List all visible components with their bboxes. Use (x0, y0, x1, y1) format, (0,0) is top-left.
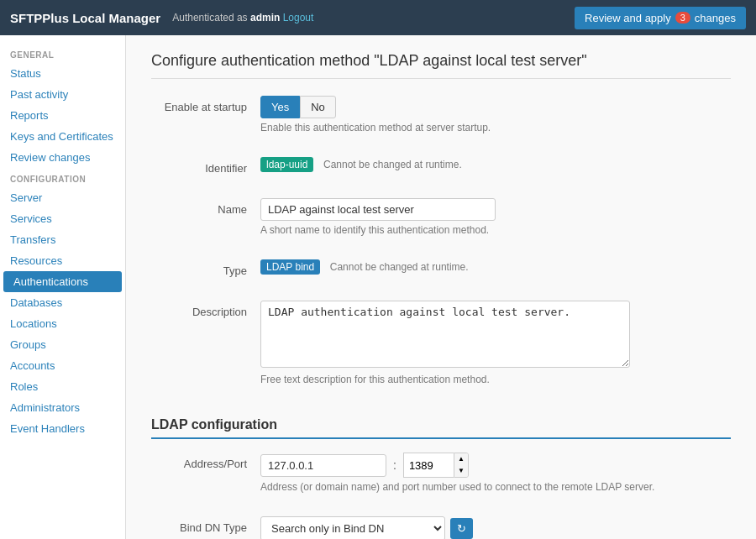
review-apply-button[interactable]: Review and apply 3 changes (575, 7, 746, 29)
control-address-port: : ▲ ▼ Address (or domain name) and port … (260, 453, 731, 493)
label-type: Type (151, 259, 260, 277)
name-input[interactable] (260, 198, 496, 221)
yes-button[interactable]: Yes (260, 96, 300, 118)
control-description: Free text description for this authentic… (260, 301, 731, 385)
identifier-help: Cannot be changed at runtime. (323, 159, 462, 170)
description-textarea[interactable] (260, 301, 630, 368)
logout-link[interactable]: Logout (283, 12, 314, 24)
main-content: Configure authentication method "LDAP ag… (126, 35, 756, 539)
sidebar-item-transfers[interactable]: Transfers (0, 229, 125, 250)
help-enable-at-startup: Enable this authentication method at ser… (260, 122, 731, 133)
sidebar-item-event-handlers[interactable]: Event Handlers (0, 418, 125, 439)
auth-info: Authenticated as admin Logout (172, 12, 313, 24)
label-name: Name (151, 198, 260, 216)
sidebar-general-label: GENERAL (0, 44, 125, 63)
control-identifier: ldap-uuid Cannot be changed at runtime. (260, 157, 731, 172)
sidebar-item-roles[interactable]: Roles (0, 376, 125, 397)
field-description: Description Free text description for th… (151, 301, 731, 397)
label-bind-dn-type: Bind DN Type (151, 516, 260, 534)
control-name: A short name to identify this authentica… (260, 198, 731, 236)
bind-dn-type-select[interactable]: Search only in Bind DN Simple Bind DN Cu… (260, 516, 445, 539)
field-bind-dn-type: Bind DN Type Search only in Bind DN Simp… (151, 516, 731, 539)
type-tag: LDAP bind (260, 259, 320, 275)
port-spinner: ▲ ▼ (454, 453, 469, 478)
port-spinner-group: ▲ ▼ (403, 453, 469, 478)
app-logo: SFTPPlus Local Manager (10, 11, 160, 25)
sidebar-item-status[interactable]: Status (0, 63, 125, 84)
address-input[interactable] (260, 454, 386, 477)
colon-separator: : (390, 453, 400, 477)
bind-dn-type-refresh-button[interactable]: ↻ (450, 518, 473, 539)
field-type: Type LDAP bind Cannot be changed at runt… (151, 259, 731, 289)
yes-no-toggle: Yes No (260, 96, 731, 118)
sidebar-item-accounts[interactable]: Accounts (0, 355, 125, 376)
review-btn-suffix: changes (695, 12, 736, 24)
port-down-button[interactable]: ▼ (454, 465, 468, 477)
help-description: Free text description for this authentic… (260, 374, 731, 385)
sidebar-config-label: CONFIGURATION (0, 168, 125, 187)
sidebar-item-reports[interactable]: Reports (0, 105, 125, 126)
sidebar-item-server[interactable]: Server (0, 187, 125, 208)
port-up-button[interactable]: ▲ (454, 453, 468, 465)
control-enable-at-startup: Yes No Enable this authentication method… (260, 96, 731, 133)
layout: GENERAL Status Past activity Reports Key… (0, 35, 756, 539)
control-bind-dn-type: Search only in Bind DN Simple Bind DN Cu… (260, 516, 731, 539)
sidebar-item-past-activity[interactable]: Past activity (0, 84, 125, 105)
sidebar-item-administrators[interactable]: Administrators (0, 397, 125, 418)
header-left: SFTPPlus Local Manager Authenticated as … (10, 11, 313, 25)
identifier-tag: ldap-uuid (260, 157, 313, 172)
sidebar-item-authentications[interactable]: Authentications (3, 271, 122, 292)
field-address-port: Address/Port : ▲ ▼ Address (or domain na… (151, 453, 731, 505)
ldap-section-title: LDAP configuration (151, 417, 731, 439)
sidebar-item-locations[interactable]: Locations (0, 313, 125, 334)
label-address-port: Address/Port (151, 453, 260, 470)
sidebar-item-services[interactable]: Services (0, 208, 125, 229)
sidebar-item-groups[interactable]: Groups (0, 334, 125, 355)
review-btn-label: Review and apply (585, 12, 671, 24)
control-type: LDAP bind Cannot be changed at runtime. (260, 259, 731, 275)
no-button[interactable]: No (300, 96, 336, 118)
sidebar-item-keys-and-certificates[interactable]: Keys and Certificates (0, 126, 125, 147)
sidebar-item-databases[interactable]: Databases (0, 292, 125, 313)
label-identifier: Identifier (151, 157, 260, 175)
header: SFTPPlus Local Manager Authenticated as … (0, 0, 756, 35)
sidebar: GENERAL Status Past activity Reports Key… (0, 35, 126, 539)
label-description: Description (151, 301, 260, 318)
field-identifier: Identifier ldap-uuid Cannot be changed a… (151, 157, 731, 186)
sidebar-item-review-changes[interactable]: Review changes (0, 147, 125, 168)
review-badge: 3 (675, 12, 690, 24)
address-port-group: : ▲ ▼ (260, 453, 731, 478)
type-help: Cannot be changed at runtime. (330, 261, 469, 273)
port-input[interactable] (403, 453, 454, 478)
page-title: Configure authentication method "LDAP ag… (151, 52, 731, 79)
auth-text: Authenticated as (172, 12, 247, 24)
field-enable-at-startup: Enable at startup Yes No Enable this aut… (151, 96, 731, 145)
help-name: A short name to identify this authentica… (260, 224, 731, 236)
auth-user: admin (250, 12, 280, 24)
label-enable-at-startup: Enable at startup (151, 96, 260, 113)
help-address-port: Address (or domain name) and port number… (260, 481, 731, 493)
field-name: Name A short name to identify this authe… (151, 198, 731, 248)
sidebar-item-resources[interactable]: Resources (0, 250, 125, 271)
bind-dn-type-wrap: Search only in Bind DN Simple Bind DN Cu… (260, 516, 731, 539)
